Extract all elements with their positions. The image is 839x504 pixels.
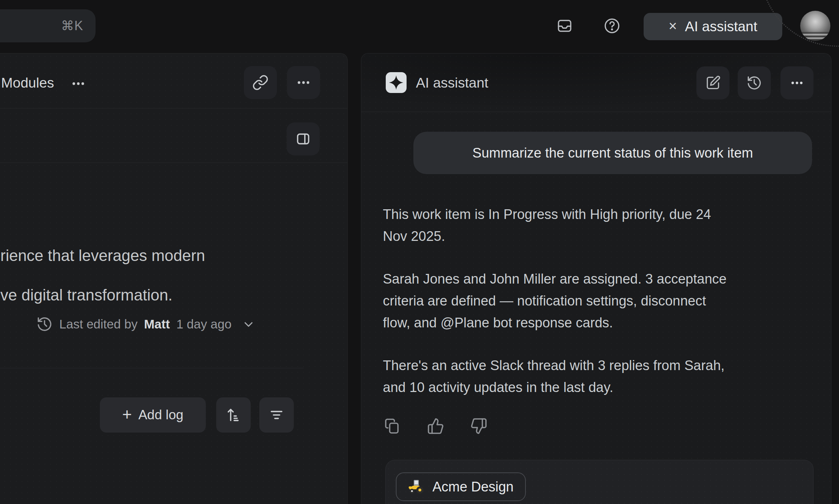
last-edited-row[interactable]: Last edited by Matt 1 day ago: [36, 314, 255, 334]
context-chip-label: Acme Design: [432, 479, 514, 495]
ai-assistant-toggle-button[interactable]: × AI assistant: [644, 13, 782, 40]
last-edited-time: 1 day ago: [176, 317, 232, 331]
thumbs-up-button[interactable]: [427, 417, 445, 435]
panel-title: Modules: [1, 75, 54, 91]
title-more-button[interactable]: [70, 75, 90, 92]
compose-icon: [705, 75, 721, 91]
sort-ascending-icon: [225, 407, 242, 423]
sort-button[interactable]: [216, 397, 251, 433]
topbar: ⌘K × AI assistant: [0, 0, 839, 53]
ai-panel-title: AI assistant: [416, 53, 488, 112]
divider: [361, 112, 831, 112]
module-description[interactable]: rience that leverages modern ve digital …: [0, 236, 324, 315]
last-edited-prefix: Last edited by: [59, 317, 138, 331]
last-edited-author: Matt: [144, 317, 170, 331]
thumbs-down-button[interactable]: [470, 417, 488, 435]
inbox-icon: [556, 17, 573, 34]
add-log-button[interactable]: + Add log: [100, 397, 206, 433]
copy-response-button[interactable]: [384, 417, 402, 435]
response-paragraph: There's an active Slack thread with 3 re…: [383, 355, 825, 398]
composer-card[interactable]: Acme Design: [385, 460, 813, 504]
chat-more-button[interactable]: [780, 66, 813, 99]
ellipsis-icon: [295, 74, 312, 91]
app-window: ⌘K × AI assistant: [0, 0, 839, 504]
filter-button[interactable]: [259, 397, 294, 433]
ai-panel-header: AI assistant: [361, 53, 831, 112]
divider: [0, 163, 348, 163]
thumbs-up-icon: [427, 417, 444, 435]
help-button[interactable]: [603, 17, 621, 34]
copy-link-button[interactable]: [244, 66, 277, 99]
toggle-sidepanel-button[interactable]: [287, 122, 320, 155]
panel-layout-icon: [295, 131, 311, 147]
chevron-down-icon: [242, 317, 255, 331]
ai-toggle-label: AI assistant: [685, 19, 757, 34]
chat-history-button[interactable]: [738, 66, 771, 99]
tractor-emoji-icon: [408, 479, 425, 494]
response-actions: [384, 417, 488, 435]
ai-sparkle-icon: [386, 72, 407, 93]
modules-panel: Modules: [0, 53, 348, 504]
ai-response: This work item is In Progress with High …: [383, 204, 825, 419]
copy-icon: [384, 417, 401, 435]
thumbs-down-icon: [470, 417, 487, 435]
context-chip[interactable]: Acme Design: [396, 472, 526, 501]
divider: [0, 108, 348, 108]
response-paragraph: This work item is In Progress with High …: [383, 204, 825, 247]
ai-assistant-panel: AI assistant: [361, 53, 831, 504]
history-icon: [746, 75, 762, 91]
search-input[interactable]: ⌘K: [0, 9, 96, 42]
search-shortcut-hint: ⌘K: [61, 9, 83, 42]
response-paragraph: Sarah Jones and John Miller are assigned…: [383, 268, 825, 334]
plus-icon: +: [122, 405, 132, 424]
link-icon: [252, 74, 269, 91]
help-icon: [603, 17, 621, 34]
panel-more-button[interactable]: [287, 66, 320, 99]
add-log-label: Add log: [138, 407, 184, 423]
filter-icon: [268, 407, 285, 423]
inbox-button[interactable]: [556, 17, 573, 34]
ellipsis-icon: [70, 75, 87, 92]
ellipsis-icon: [789, 75, 805, 91]
history-icon: [36, 316, 53, 332]
user-message-bubble: Summarize the current status of this wor…: [413, 132, 812, 174]
divider: [0, 368, 304, 368]
close-icon: ×: [669, 19, 677, 33]
new-chat-button[interactable]: [696, 66, 729, 99]
